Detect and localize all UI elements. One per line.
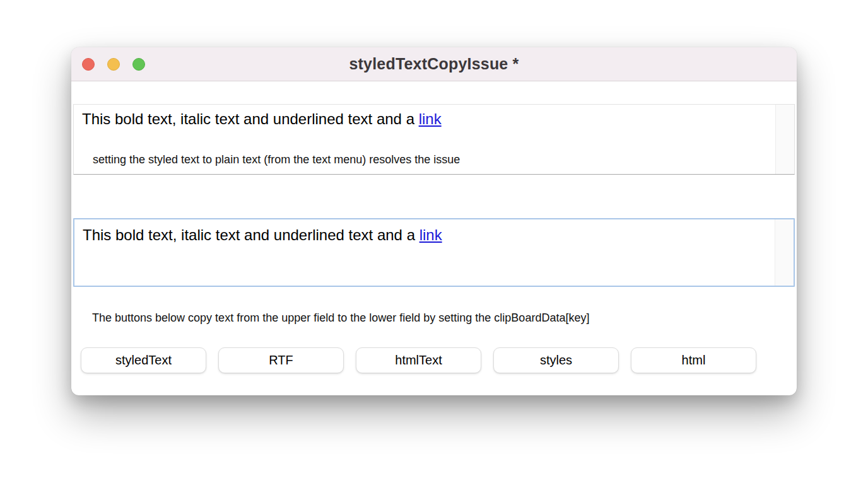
upper-scrollbar-track[interactable] bbox=[775, 105, 794, 174]
close-button[interactable] bbox=[82, 58, 95, 71]
titlebar[interactable]: styledTextCopyIssue * bbox=[71, 47, 797, 81]
rtf-button[interactable]: RTF bbox=[218, 347, 344, 373]
htmltext-button[interactable]: htmlText bbox=[356, 347, 481, 373]
zoom-button[interactable] bbox=[132, 58, 145, 71]
upper-field-note: setting the styled text to plain text (f… bbox=[93, 153, 460, 166]
app-window: styledTextCopyIssue * This bold text, it… bbox=[71, 47, 797, 395]
lower-link-text[interactable]: link bbox=[419, 226, 442, 243]
upper-text-before-link: This bold text, italic text and underlin… bbox=[82, 110, 419, 127]
lower-scrollbar-track[interactable] bbox=[775, 219, 794, 286]
traffic-lights bbox=[82, 58, 145, 71]
html-button[interactable]: html bbox=[631, 347, 756, 373]
upper-link-text[interactable]: link bbox=[419, 110, 442, 127]
upper-styled-text: This bold text, italic text and underlin… bbox=[82, 110, 442, 128]
styledtext-button[interactable]: styledText bbox=[81, 347, 206, 373]
lower-text-field[interactable]: This bold text, italic text and underlin… bbox=[73, 218, 795, 287]
window-title: styledTextCopyIssue * bbox=[349, 55, 519, 73]
caption-text: The buttons below copy text from the upp… bbox=[92, 311, 589, 325]
lower-styled-text: This bold text, italic text and underlin… bbox=[83, 226, 442, 244]
lower-text-before-link: This bold text, italic text and underlin… bbox=[83, 226, 419, 243]
styles-button[interactable]: styles bbox=[493, 347, 619, 373]
upper-text-field[interactable]: This bold text, italic text and underlin… bbox=[73, 104, 795, 175]
button-row: styledText RTF htmlText styles html bbox=[81, 347, 756, 373]
minimize-button[interactable] bbox=[107, 58, 120, 71]
